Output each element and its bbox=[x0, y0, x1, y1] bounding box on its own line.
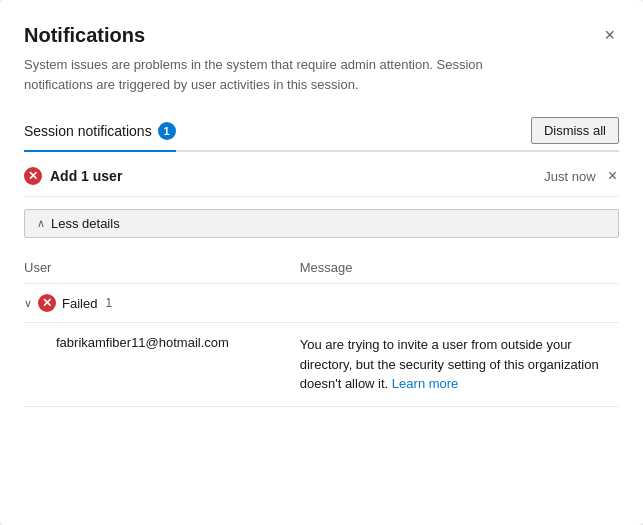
notifications-dialog: Notifications × System issues are proble… bbox=[0, 0, 643, 525]
tabs-bar: Session notifications 1 Dismiss all bbox=[24, 114, 619, 152]
col-message-header: Message bbox=[292, 254, 619, 284]
cell-message: You are trying to invite a user from out… bbox=[292, 323, 619, 407]
chevron-down-icon[interactable]: ∨ bbox=[24, 297, 32, 310]
group-status-label: Failed bbox=[62, 296, 97, 311]
chevron-up-icon: ∧ bbox=[37, 217, 45, 230]
notification-left: ✕ Add 1 user bbox=[24, 167, 122, 185]
timestamp: Just now bbox=[544, 169, 595, 184]
less-details-button[interactable]: ∧ Less details bbox=[24, 209, 619, 238]
tab-session-notifications[interactable]: Session notifications 1 bbox=[24, 114, 176, 152]
dialog-subtitle: System issues are problems in the system… bbox=[24, 55, 544, 94]
close-button[interactable]: × bbox=[600, 24, 619, 46]
table-group-row: ∨ ✕ Failed 1 bbox=[24, 284, 619, 323]
dismiss-all-button[interactable]: Dismiss all bbox=[531, 117, 619, 144]
notification-right: Just now × bbox=[544, 166, 619, 186]
learn-more-link[interactable]: Learn more bbox=[392, 376, 458, 391]
col-user-header: User bbox=[24, 254, 292, 284]
tab-session-notifications-label: Session notifications bbox=[24, 123, 152, 139]
group-cell-container: ∨ ✕ Failed 1 bbox=[24, 284, 619, 323]
tab-badge: 1 bbox=[158, 122, 176, 140]
details-table: User Message ∨ ✕ Failed 1 fabrikamfiber1… bbox=[24, 254, 619, 407]
dialog-title: Notifications bbox=[24, 24, 145, 47]
table-header-row: User Message bbox=[24, 254, 619, 284]
less-details-label: Less details bbox=[51, 216, 120, 231]
notification-row: ✕ Add 1 user Just now × bbox=[24, 152, 619, 197]
dialog-header: Notifications × bbox=[24, 24, 619, 47]
table-data-row: fabrikamfiber11@hotmail.com You are tryi… bbox=[24, 323, 619, 407]
dismiss-notification-button[interactable]: × bbox=[606, 166, 619, 186]
group-error-icon: ✕ bbox=[38, 294, 56, 312]
group-cell: ∨ ✕ Failed 1 bbox=[24, 294, 611, 312]
message-text: You are trying to invite a user from out… bbox=[300, 337, 599, 391]
notification-title: Add 1 user bbox=[50, 168, 122, 184]
group-count-badge: 1 bbox=[105, 296, 112, 310]
error-icon: ✕ bbox=[24, 167, 42, 185]
cell-email: fabrikamfiber11@hotmail.com bbox=[24, 323, 292, 407]
